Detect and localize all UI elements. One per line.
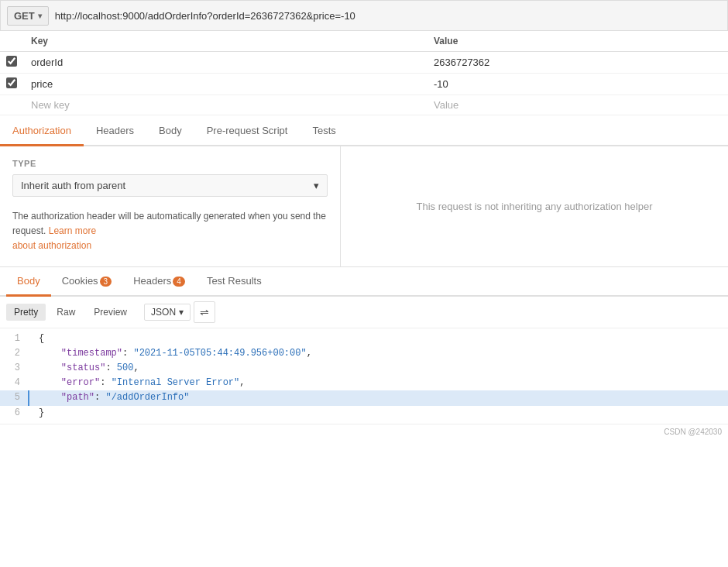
line-content: "timestamp": "2021-11-05T05:44:49.956+00… [36, 346, 312, 361]
request-tabs-row: AuthorizationHeadersBodyPre-request Scri… [0, 117, 728, 146]
footer: CSDN @242030 [0, 424, 728, 439]
auth-right: This request is not inheriting any autho… [341, 146, 728, 266]
params-row: price -10 [0, 74, 728, 95]
params-new-checkbox-cell [0, 95, 25, 115]
request-tab-headers[interactable]: Headers [84, 117, 146, 146]
line-content: "status": 500, [36, 361, 139, 376]
request-tab-authorization[interactable]: Authorization [0, 117, 84, 146]
params-new-row: New key Value [0, 95, 728, 115]
params-new-val-cell[interactable]: Value [428, 95, 728, 115]
url-input[interactable] [55, 10, 721, 22]
json-select[interactable]: JSON ▾ [144, 304, 191, 321]
line-number: 5 [0, 390, 28, 405]
col-header-value: Value [428, 31, 728, 52]
response-tab-body[interactable]: Body [6, 267, 51, 297]
type-select-chevron: ▾ [314, 180, 319, 191]
line-gutter [28, 390, 36, 405]
code-line: 1{ [0, 332, 728, 346]
code-line: 2 "timestamp": "2021-11-05T05:44:49.956+… [0, 346, 728, 361]
params-checkbox[interactable] [6, 77, 17, 88]
code-area: 1{2 "timestamp": "2021-11-05T05:44:49.95… [0, 328, 728, 424]
line-gutter [28, 376, 36, 390]
response-tabs-row: BodyCookies3Headers4Test Results [0, 267, 728, 297]
tab-badge-cookies: 3 [100, 277, 112, 287]
params-table: Key Value orderId 2636727362 price -10 N… [0, 31, 728, 115]
learn-more-link[interactable]: Learn more [49, 225, 96, 236]
params-new-key-cell[interactable]: New key [25, 95, 428, 115]
wrap-icon-button[interactable]: ⇌ [194, 301, 215, 323]
code-line: 5 "path": "/addOrderInfo" [0, 390, 728, 405]
line-gutter [28, 361, 36, 376]
params-checkbox-cell [0, 74, 25, 95]
json-chevron: ▾ [179, 307, 184, 318]
line-gutter [28, 332, 36, 346]
format-toolbar: Pretty Raw Preview JSON ▾ ⇌ [0, 297, 728, 328]
params-checkbox[interactable] [6, 56, 17, 67]
raw-button[interactable]: Raw [49, 304, 83, 321]
pretty-button[interactable]: Pretty [6, 304, 46, 321]
request-tab-pre-request-script[interactable]: Pre-request Script [194, 117, 300, 146]
line-number: 6 [0, 406, 28, 421]
line-content: } [36, 406, 44, 421]
response-tab-headers[interactable]: Headers4 [122, 267, 196, 297]
response-tab-cookies[interactable]: Cookies3 [51, 267, 123, 297]
params-value-cell[interactable]: -10 [428, 74, 728, 95]
params-row: orderId 2636727362 [0, 52, 728, 74]
params-checkbox-cell [0, 52, 25, 74]
line-number: 4 [0, 376, 28, 390]
line-number: 1 [0, 332, 28, 346]
col-header-checkbox [0, 31, 25, 52]
method-label: GET [14, 10, 35, 22]
type-label: TYPE [12, 159, 328, 168]
json-label: JSON [151, 307, 176, 318]
line-number: 2 [0, 346, 28, 361]
auth-panel: TYPE Inherit auth from parent ▾ The auth… [0, 146, 728, 267]
line-gutter [28, 346, 36, 361]
auth-right-text: This request is not inheriting any autho… [417, 201, 653, 212]
line-content: "path": "/addOrderInfo" [36, 390, 189, 405]
line-gutter [28, 406, 36, 421]
type-select-dropdown[interactable]: Inherit auth from parent ▾ [12, 174, 328, 197]
about-authorization-link[interactable]: about authorization [12, 240, 91, 251]
preview-button[interactable]: Preview [86, 304, 135, 321]
line-content: { [36, 332, 44, 346]
code-line: 6} [0, 406, 728, 421]
col-header-key: Key [25, 31, 428, 52]
code-line: 4 "error": "Internal Server Error", [0, 376, 728, 390]
auth-description: The authorization header will be automat… [12, 209, 328, 254]
auth-left: TYPE Inherit auth from parent ▾ The auth… [0, 146, 341, 266]
tab-badge-headers: 4 [173, 277, 185, 287]
params-key-cell[interactable]: orderId [25, 52, 428, 74]
params-value-cell[interactable]: 2636727362 [428, 52, 728, 74]
wrap-icon: ⇌ [200, 306, 209, 318]
type-select-value: Inherit auth from parent [21, 180, 125, 191]
request-tab-body[interactable]: Body [146, 117, 194, 146]
line-number: 3 [0, 361, 28, 376]
params-key-cell[interactable]: price [25, 74, 428, 95]
method-chevron: ▾ [38, 12, 42, 20]
method-selector[interactable]: GET ▾ [7, 6, 49, 26]
url-bar: GET ▾ [0, 0, 728, 31]
line-content: "error": "Internal Server Error", [36, 376, 245, 390]
code-line: 3 "status": 500, [0, 361, 728, 376]
request-tab-tests[interactable]: Tests [300, 117, 348, 146]
footer-credit: CSDN @242030 [664, 428, 722, 436]
response-tab-test-results[interactable]: Test Results [196, 267, 273, 297]
